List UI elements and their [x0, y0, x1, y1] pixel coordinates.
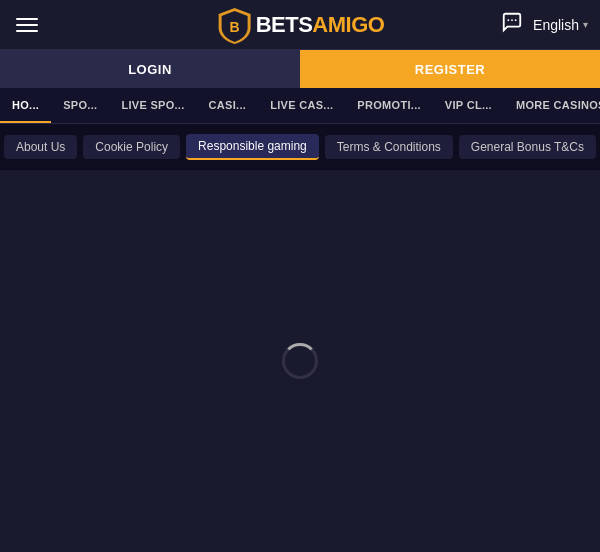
- nav-tab-promotions[interactable]: PROMOTI...: [345, 88, 433, 123]
- hamburger-line-2: [16, 24, 38, 26]
- sub-tab-general-bonus[interactable]: General Bonus T&Cs: [459, 135, 596, 159]
- language-button[interactable]: English ▾: [533, 17, 588, 33]
- logo[interactable]: B BETSAMIGO: [216, 6, 385, 44]
- content-area: [0, 170, 600, 552]
- hamburger-line-3: [16, 30, 38, 32]
- sub-tab-terms-conditions[interactable]: Terms & Conditions: [325, 135, 453, 159]
- auth-bar: LOGIN REGISTER: [0, 50, 600, 88]
- sub-tab-responsible-gaming[interactable]: Responsible gaming: [186, 134, 319, 160]
- nav-tab-live-sports[interactable]: LIVE SPO...: [109, 88, 196, 123]
- nav-tab-vip[interactable]: VIP CL...: [433, 88, 504, 123]
- nav-tab-sports[interactable]: SPO...: [51, 88, 109, 123]
- sub-tab-cookie-policy[interactable]: Cookie Policy: [83, 135, 180, 159]
- svg-text:B: B: [230, 19, 240, 35]
- loading-spinner: [282, 343, 318, 379]
- login-button[interactable]: LOGIN: [0, 50, 300, 88]
- chat-icon: [501, 11, 523, 33]
- nav-tabs: HO...SPO...LIVE SPO...CASI...LIVE CAS...…: [0, 88, 600, 124]
- nav-tab-casino[interactable]: CASI...: [197, 88, 259, 123]
- chevron-down-icon: ▾: [583, 19, 588, 30]
- nav-tab-home[interactable]: HO...: [0, 88, 51, 123]
- register-button[interactable]: REGISTER: [300, 50, 600, 88]
- chat-button[interactable]: [501, 11, 523, 38]
- logo-amigo: AMIGO: [312, 12, 384, 37]
- sub-tab-about-us[interactable]: About Us: [4, 135, 77, 159]
- svg-point-1: [507, 19, 509, 21]
- svg-point-2: [511, 19, 513, 21]
- logo-bets: BETS: [256, 12, 313, 37]
- nav-tab-live-casino[interactable]: LIVE CAS...: [258, 88, 345, 123]
- sub-tabs: About UsCookie PolicyResponsible gamingT…: [0, 124, 600, 170]
- header: B BETSAMIGO English ▾: [0, 0, 600, 50]
- hamburger-line-1: [16, 18, 38, 20]
- nav-tab-more-casinos[interactable]: MORE CASINOS: [504, 88, 600, 123]
- svg-point-3: [515, 19, 517, 21]
- menu-button[interactable]: [12, 14, 42, 36]
- logo-icon: B: [216, 6, 254, 44]
- language-label: English: [533, 17, 579, 33]
- header-right: English ▾: [501, 11, 588, 38]
